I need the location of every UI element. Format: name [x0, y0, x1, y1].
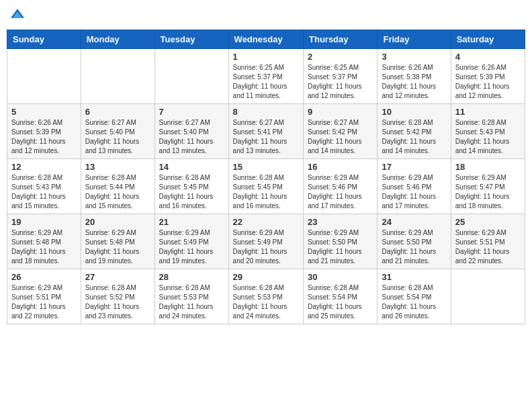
calendar-week-row: 19Sunrise: 6:29 AM Sunset: 5:48 PM Dayli… [7, 214, 525, 269]
weekday-header: Wednesday [228, 30, 303, 49]
day-number: 6 [85, 107, 150, 117]
logo [9, 7, 26, 23]
calendar-cell: 1Sunrise: 6:25 AM Sunset: 5:37 PM Daylig… [228, 49, 303, 104]
calendar-table: SundayMondayTuesdayWednesdayThursdayFrid… [7, 30, 525, 324]
day-number: 12 [11, 162, 77, 172]
day-number: 13 [85, 162, 150, 172]
day-number: 10 [382, 107, 446, 117]
calendar-cell: 7Sunrise: 6:27 AM Sunset: 5:40 PM Daylig… [154, 104, 228, 159]
day-number: 19 [11, 217, 77, 227]
calendar-week-row: 26Sunrise: 6:29 AM Sunset: 5:51 PM Dayli… [7, 269, 525, 324]
calendar-cell: 23Sunrise: 6:29 AM Sunset: 5:50 PM Dayli… [304, 214, 378, 269]
day-number: 8 [233, 107, 299, 117]
day-number: 14 [159, 162, 224, 172]
calendar-week-row: 5Sunrise: 6:26 AM Sunset: 5:39 PM Daylig… [7, 104, 525, 159]
calendar-cell: 31Sunrise: 6:28 AM Sunset: 5:54 PM Dayli… [378, 269, 451, 324]
day-info: Sunrise: 6:29 AM Sunset: 5:49 PM Dayligh… [159, 228, 224, 266]
calendar-cell: 10Sunrise: 6:28 AM Sunset: 5:42 PM Dayli… [378, 104, 451, 159]
day-number: 26 [11, 272, 77, 282]
day-number: 27 [85, 272, 150, 282]
day-info: Sunrise: 6:27 AM Sunset: 5:40 PM Dayligh… [85, 118, 150, 156]
day-info: Sunrise: 6:28 AM Sunset: 5:45 PM Dayligh… [233, 173, 299, 211]
calendar-cell: 15Sunrise: 6:28 AM Sunset: 5:45 PM Dayli… [228, 159, 303, 214]
day-number: 5 [11, 107, 77, 117]
calendar-cell [7, 49, 81, 104]
weekday-header: Thursday [304, 30, 378, 49]
day-info: Sunrise: 6:29 AM Sunset: 5:51 PM Dayligh… [455, 228, 521, 266]
calendar-cell: 30Sunrise: 6:28 AM Sunset: 5:54 PM Dayli… [304, 269, 378, 324]
day-number: 28 [159, 272, 224, 282]
calendar-cell: 22Sunrise: 6:29 AM Sunset: 5:49 PM Dayli… [228, 214, 303, 269]
calendar-cell: 25Sunrise: 6:29 AM Sunset: 5:51 PM Dayli… [451, 214, 525, 269]
day-info: Sunrise: 6:27 AM Sunset: 5:42 PM Dayligh… [308, 118, 373, 156]
day-info: Sunrise: 6:28 AM Sunset: 5:42 PM Dayligh… [382, 118, 446, 156]
day-info: Sunrise: 6:26 AM Sunset: 5:39 PM Dayligh… [11, 118, 77, 156]
day-info: Sunrise: 6:28 AM Sunset: 5:54 PM Dayligh… [382, 283, 446, 321]
day-info: Sunrise: 6:29 AM Sunset: 5:50 PM Dayligh… [382, 228, 446, 266]
calendar-cell: 27Sunrise: 6:28 AM Sunset: 5:52 PM Dayli… [81, 269, 154, 324]
day-info: Sunrise: 6:27 AM Sunset: 5:41 PM Dayligh… [233, 118, 299, 156]
day-info: Sunrise: 6:28 AM Sunset: 5:43 PM Dayligh… [11, 173, 77, 211]
day-number: 20 [85, 217, 150, 227]
calendar-cell: 4Sunrise: 6:26 AM Sunset: 5:39 PM Daylig… [451, 49, 525, 104]
day-info: Sunrise: 6:27 AM Sunset: 5:40 PM Dayligh… [159, 118, 224, 156]
day-number: 21 [159, 217, 224, 227]
day-number: 24 [382, 217, 446, 227]
day-info: Sunrise: 6:29 AM Sunset: 5:49 PM Dayligh… [233, 228, 299, 266]
day-number: 16 [308, 162, 373, 172]
day-info: Sunrise: 6:29 AM Sunset: 5:51 PM Dayligh… [11, 283, 77, 321]
calendar-cell: 19Sunrise: 6:29 AM Sunset: 5:48 PM Dayli… [7, 214, 81, 269]
logo-icon [11, 7, 24, 20]
weekday-header: Tuesday [154, 30, 228, 49]
calendar-cell: 2Sunrise: 6:25 AM Sunset: 5:37 PM Daylig… [304, 49, 378, 104]
day-number: 23 [308, 217, 373, 227]
day-info: Sunrise: 6:29 AM Sunset: 5:48 PM Dayligh… [11, 228, 77, 266]
calendar-cell [451, 269, 525, 324]
day-info: Sunrise: 6:28 AM Sunset: 5:54 PM Dayligh… [308, 283, 373, 321]
day-number: 7 [159, 107, 224, 117]
day-info: Sunrise: 6:28 AM Sunset: 5:45 PM Dayligh… [159, 173, 224, 211]
calendar-cell: 6Sunrise: 6:27 AM Sunset: 5:40 PM Daylig… [81, 104, 154, 159]
day-info: Sunrise: 6:26 AM Sunset: 5:38 PM Dayligh… [382, 63, 446, 101]
calendar-week-row: 1Sunrise: 6:25 AM Sunset: 5:37 PM Daylig… [7, 49, 525, 104]
page-header [7, 7, 525, 23]
calendar-cell: 29Sunrise: 6:28 AM Sunset: 5:53 PM Dayli… [228, 269, 303, 324]
day-number: 25 [455, 217, 521, 227]
day-number: 4 [455, 52, 521, 62]
day-info: Sunrise: 6:28 AM Sunset: 5:53 PM Dayligh… [159, 283, 224, 321]
calendar-cell: 24Sunrise: 6:29 AM Sunset: 5:50 PM Dayli… [378, 214, 451, 269]
calendar-cell: 13Sunrise: 6:28 AM Sunset: 5:44 PM Dayli… [81, 159, 154, 214]
day-number: 3 [382, 52, 446, 62]
day-number: 9 [308, 107, 373, 117]
day-info: Sunrise: 6:29 AM Sunset: 5:50 PM Dayligh… [308, 228, 373, 266]
calendar-cell: 17Sunrise: 6:29 AM Sunset: 5:46 PM Dayli… [378, 159, 451, 214]
day-number: 17 [382, 162, 446, 172]
calendar-cell: 18Sunrise: 6:29 AM Sunset: 5:47 PM Dayli… [451, 159, 525, 214]
day-number: 31 [382, 272, 446, 282]
calendar-cell: 12Sunrise: 6:28 AM Sunset: 5:43 PM Dayli… [7, 159, 81, 214]
weekday-header: Friday [378, 30, 451, 49]
day-info: Sunrise: 6:28 AM Sunset: 5:43 PM Dayligh… [455, 118, 521, 156]
day-info: Sunrise: 6:26 AM Sunset: 5:39 PM Dayligh… [455, 63, 521, 101]
calendar-week-row: 12Sunrise: 6:28 AM Sunset: 5:43 PM Dayli… [7, 159, 525, 214]
calendar-cell: 8Sunrise: 6:27 AM Sunset: 5:41 PM Daylig… [228, 104, 303, 159]
calendar-cell: 5Sunrise: 6:26 AM Sunset: 5:39 PM Daylig… [7, 104, 81, 159]
day-info: Sunrise: 6:28 AM Sunset: 5:52 PM Dayligh… [85, 283, 150, 321]
day-info: Sunrise: 6:28 AM Sunset: 5:44 PM Dayligh… [85, 173, 150, 211]
calendar-cell: 16Sunrise: 6:29 AM Sunset: 5:46 PM Dayli… [304, 159, 378, 214]
day-number: 11 [455, 107, 521, 117]
weekday-header: Monday [81, 30, 154, 49]
calendar-cell [81, 49, 154, 104]
calendar-cell: 11Sunrise: 6:28 AM Sunset: 5:43 PM Dayli… [451, 104, 525, 159]
day-number: 18 [455, 162, 521, 172]
calendar-cell: 21Sunrise: 6:29 AM Sunset: 5:49 PM Dayli… [154, 214, 228, 269]
calendar-cell: 20Sunrise: 6:29 AM Sunset: 5:48 PM Dayli… [81, 214, 154, 269]
day-info: Sunrise: 6:29 AM Sunset: 5:46 PM Dayligh… [382, 173, 446, 211]
weekday-header: Saturday [451, 30, 525, 49]
day-info: Sunrise: 6:29 AM Sunset: 5:46 PM Dayligh… [308, 173, 373, 211]
calendar-cell [154, 49, 228, 104]
day-number: 2 [308, 52, 373, 62]
calendar-cell: 3Sunrise: 6:26 AM Sunset: 5:38 PM Daylig… [378, 49, 451, 104]
day-number: 22 [233, 217, 299, 227]
calendar-cell: 26Sunrise: 6:29 AM Sunset: 5:51 PM Dayli… [7, 269, 81, 324]
